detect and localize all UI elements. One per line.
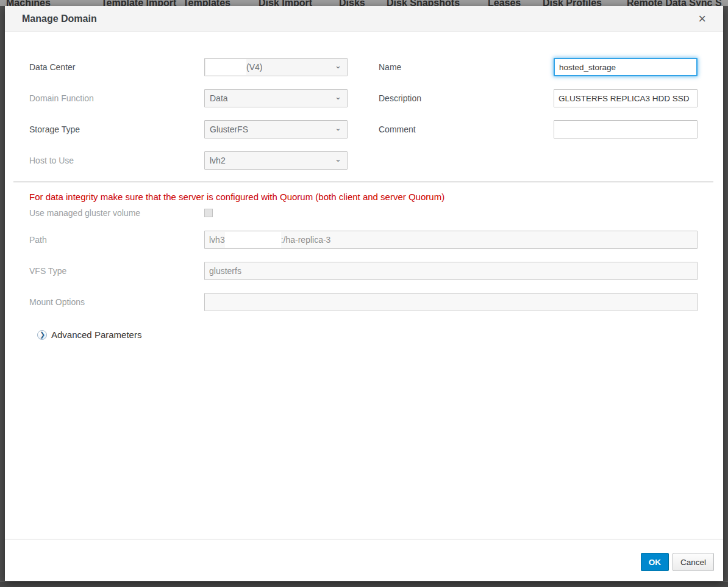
redacted-text (206, 59, 246, 75)
path-value-suffix: :/ha-replica-3 (281, 235, 331, 245)
close-icon[interactable]: × (693, 13, 711, 25)
comment-label: Comment (379, 124, 554, 134)
comment-input[interactable] (554, 120, 698, 139)
background-tab: Templates (183, 0, 230, 6)
name-input[interactable] (554, 58, 698, 76)
use-managed-gluster-label: Use managed gluster volume (29, 208, 204, 218)
cancel-button[interactable]: Cancel (673, 553, 714, 571)
dialog-body: Data Center (V4) ⌄ Name Domain Function … (5, 32, 723, 340)
quorum-warning-text: For data integrity make sure that the se… (29, 192, 698, 202)
redacted-text (225, 232, 281, 248)
advanced-parameters-expander[interactable]: ❯ Advanced Parameters (29, 330, 698, 340)
data-center-label: Data Center (29, 62, 204, 72)
background-tab: Disk Profiles (543, 0, 602, 6)
background-tab: Template Import (101, 0, 176, 6)
path-input: lvh3 :/ha-replica-3 (204, 231, 698, 249)
use-managed-gluster-checkbox (204, 209, 213, 217)
expander-chevron-icon: ❯ (37, 330, 47, 340)
path-row: Path lvh3 :/ha-replica-3 (29, 231, 698, 249)
background-tab: Leases (488, 0, 521, 6)
chevron-down-icon: ⌄ (335, 154, 341, 164)
use-managed-gluster-row: Use managed gluster volume (29, 208, 698, 218)
path-label: Path (29, 235, 204, 245)
chevron-down-icon: ⌄ (335, 61, 341, 70)
description-label: Description (379, 93, 554, 103)
chevron-down-icon: ⌄ (335, 92, 341, 101)
domain-function-value: Data (210, 93, 228, 103)
vfs-type-input (204, 262, 698, 280)
dialog-footer: OK Cancel (5, 539, 723, 581)
mount-options-row: Mount Options (29, 293, 698, 311)
storage-type-select[interactable]: GlusterFS ⌄ (204, 120, 348, 139)
name-label: Name (379, 62, 554, 72)
mount-options-label: Mount Options (29, 297, 204, 307)
background-tab: Disks (339, 0, 365, 6)
data-center-select[interactable]: (V4) ⌄ (204, 58, 348, 76)
storage-type-label: Storage Type (29, 124, 204, 134)
host-to-use-label: Host to Use (29, 156, 204, 165)
dialog-title: Manage Domain (22, 13, 693, 24)
background-tab: Remote Data Sync S (627, 0, 722, 6)
form-grid: Data Center (V4) ⌄ Name Domain Function … (29, 58, 698, 170)
manage-domain-dialog: Manage Domain × Data Center (V4) ⌄ Name … (5, 6, 723, 581)
vfs-type-label: VFS Type (29, 266, 204, 276)
vfs-type-row: VFS Type (29, 262, 698, 280)
background-tabs: MachinesTemplate ImportTemplatesDisk Imp… (0, 0, 728, 6)
chevron-down-icon: ⌄ (335, 123, 341, 132)
background-page-edge (0, 581, 728, 587)
background-tab: Disk Snapshots (387, 0, 460, 6)
storage-type-value: GlusterFS (210, 124, 248, 134)
host-to-use-select[interactable]: lvh2 ⌄ (204, 151, 348, 170)
mount-options-input (204, 293, 698, 311)
domain-function-select[interactable]: Data ⌄ (204, 89, 348, 107)
domain-function-label: Domain Function (29, 93, 204, 103)
data-center-value: (V4) (246, 62, 262, 72)
path-value-prefix: lvh3 (209, 235, 225, 245)
dialog-header: Manage Domain × (5, 6, 723, 32)
advanced-parameters-label: Advanced Parameters (51, 330, 141, 340)
section-divider (13, 181, 713, 182)
host-to-use-value: lvh2 (210, 156, 226, 165)
background-tab: Disk Import (259, 0, 312, 6)
ok-button[interactable]: OK (641, 553, 669, 571)
description-input[interactable] (554, 89, 698, 107)
background-tab: Machines (6, 0, 51, 6)
